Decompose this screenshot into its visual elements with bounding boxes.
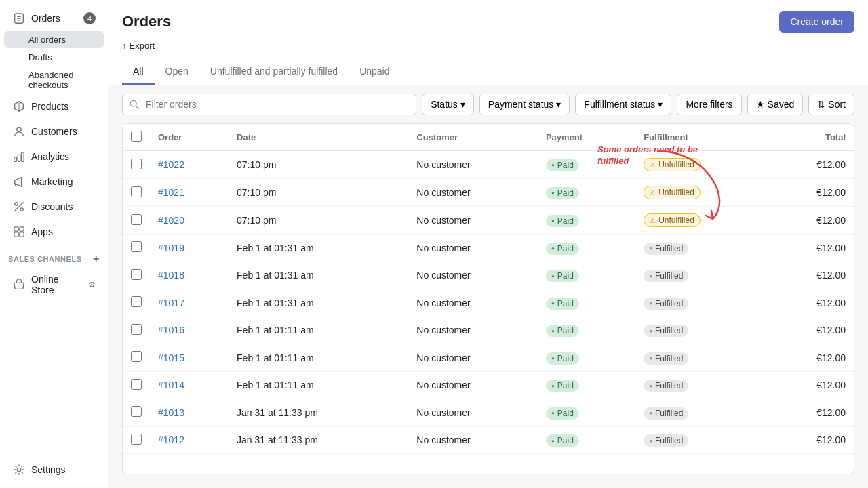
analytics-label: Analytics bbox=[31, 151, 69, 162]
status-filter-button[interactable]: Status ▾ bbox=[422, 94, 474, 115]
order-link[interactable]: #1019 bbox=[158, 243, 184, 253]
add-sales-channel-button[interactable]: + bbox=[93, 253, 100, 265]
sidebar-item-settings[interactable]: Settings bbox=[4, 458, 104, 482]
tab-open[interactable]: Open bbox=[155, 59, 199, 85]
abandoned-label: Abandoned checkouts bbox=[28, 70, 74, 90]
sidebar-item-drafts[interactable]: Drafts bbox=[4, 49, 104, 66]
sidebar-item-products[interactable]: Products bbox=[4, 94, 104, 119]
payment-badge: Paid bbox=[546, 270, 579, 282]
order-customer-cell: No customer bbox=[408, 317, 538, 344]
order-link[interactable]: #1014 bbox=[158, 380, 184, 390]
order-fulfillment-cell: Fulfilled bbox=[635, 289, 770, 317]
tab-unfulfilled[interactable]: Unfulfilled and partially fulfilled bbox=[199, 59, 349, 85]
saved-button[interactable]: ★ Saved bbox=[747, 94, 804, 115]
col-customer: Customer bbox=[408, 124, 538, 151]
create-order-button[interactable]: Create order bbox=[779, 11, 854, 33]
products-label: Products bbox=[31, 101, 68, 112]
fulfillment-badge: Unfulfilled bbox=[644, 214, 701, 227]
order-date-cell: Feb 1 at 01:31 am bbox=[229, 262, 408, 289]
table-row: #1022 07:10 pm No customer Paid Unfulfil… bbox=[123, 151, 854, 179]
more-filters-button[interactable]: More filters bbox=[677, 94, 741, 115]
sidebar-item-online-store[interactable]: Online Store ⚙ bbox=[4, 268, 104, 301]
search-input[interactable] bbox=[122, 94, 416, 115]
row-checkbox[interactable] bbox=[131, 159, 142, 169]
order-customer-cell: No customer bbox=[408, 399, 538, 427]
row-checkbox[interactable] bbox=[131, 406, 142, 417]
svg-point-17 bbox=[130, 100, 136, 106]
payment-badge: Paid bbox=[546, 159, 579, 171]
row-checkbox[interactable] bbox=[131, 186, 142, 197]
order-link[interactable]: #1018 bbox=[158, 270, 184, 281]
payment-badge: Paid bbox=[546, 298, 579, 310]
svg-point-16 bbox=[17, 468, 20, 471]
analytics-icon bbox=[12, 150, 26, 163]
order-number-cell: #1021 bbox=[150, 179, 229, 207]
sidebar-item-marketing[interactable]: Marketing bbox=[4, 169, 104, 194]
order-total-cell: €12.00 bbox=[770, 179, 854, 207]
order-link[interactable]: #1013 bbox=[158, 407, 184, 418]
order-link[interactable]: #1021 bbox=[158, 187, 184, 198]
customers-icon bbox=[12, 125, 26, 138]
sidebar-item-discounts[interactable]: Discounts bbox=[4, 195, 104, 219]
sort-button[interactable]: ⇅ Sort bbox=[808, 94, 854, 115]
order-payment-cell: Paid bbox=[538, 426, 635, 454]
svg-rect-7 bbox=[14, 157, 17, 161]
tab-all[interactable]: All bbox=[122, 59, 155, 85]
online-store-settings-icon[interactable]: ⚙ bbox=[88, 280, 96, 289]
order-date-cell: Jan 31 at 11:33 pm bbox=[229, 399, 408, 427]
order-customer-cell: No customer bbox=[408, 371, 538, 399]
table-row: #1020 07:10 pm No customer Paid Unfulfil… bbox=[123, 207, 854, 235]
payment-status-filter-button[interactable]: Payment status ▾ bbox=[479, 94, 570, 115]
svg-line-18 bbox=[136, 106, 138, 108]
order-total-cell: €12.00 bbox=[770, 317, 854, 344]
orders-table: Order Date Customer Payment Fulfillment … bbox=[123, 124, 854, 454]
col-date: Date bbox=[229, 124, 408, 151]
sidebar: Orders 4 All orders Drafts Abandoned che… bbox=[0, 0, 108, 488]
order-link[interactable]: #1015 bbox=[158, 352, 184, 363]
order-link[interactable]: #1012 bbox=[158, 434, 184, 445]
orders-table-container: Order Date Customer Payment Fulfillment … bbox=[122, 123, 854, 474]
order-number-cell: #1017 bbox=[150, 289, 229, 317]
row-checkbox[interactable] bbox=[131, 351, 142, 362]
order-number-cell: #1012 bbox=[150, 426, 229, 454]
order-link[interactable]: #1022 bbox=[158, 159, 184, 170]
order-link[interactable]: #1016 bbox=[158, 325, 184, 336]
fulfillment-badge: Fulfilled bbox=[644, 434, 688, 447]
sidebar-item-analytics[interactable]: Analytics bbox=[4, 144, 104, 169]
order-number-cell: #1015 bbox=[150, 344, 229, 372]
discounts-icon bbox=[12, 200, 26, 214]
select-all-checkbox[interactable] bbox=[131, 131, 142, 142]
row-checkbox[interactable] bbox=[131, 434, 142, 445]
row-checkbox[interactable] bbox=[131, 296, 142, 307]
export-link[interactable]: ↑ Export bbox=[122, 41, 854, 51]
table-row: #1012 Jan 31 at 11:33 pm No customer Pai… bbox=[123, 426, 854, 454]
search-input-wrap bbox=[122, 94, 416, 115]
tab-unpaid[interactable]: Unpaid bbox=[349, 59, 400, 85]
order-number-cell: #1018 bbox=[150, 262, 229, 289]
sidebar-item-apps[interactable]: Apps bbox=[4, 220, 104, 244]
orders-badge: 4 bbox=[83, 12, 96, 24]
payment-badge: Paid bbox=[546, 215, 579, 227]
sidebar-item-orders[interactable]: Orders 4 bbox=[4, 6, 104, 30]
sidebar-item-customers[interactable]: Customers bbox=[4, 119, 104, 144]
row-checkbox[interactable] bbox=[131, 214, 142, 225]
row-checkbox[interactable] bbox=[131, 324, 142, 335]
order-customer-cell: No customer bbox=[408, 344, 538, 372]
sidebar-item-abandoned[interactable]: Abandoned checkouts bbox=[4, 66, 104, 94]
status-filter-chevron: ▾ bbox=[460, 99, 465, 110]
order-fulfillment-cell: Unfulfilled bbox=[635, 151, 770, 179]
payment-badge: Paid bbox=[546, 243, 579, 255]
order-total-cell: €12.00 bbox=[770, 235, 854, 262]
row-checkbox[interactable] bbox=[131, 241, 142, 252]
order-fulfillment-cell: Unfulfilled bbox=[635, 179, 770, 207]
sidebar-item-all-orders[interactable]: All orders bbox=[4, 31, 104, 48]
fulfillment-status-filter-button[interactable]: Fulfillment status ▾ bbox=[575, 94, 671, 115]
sales-channels-section: SALES CHANNELS + bbox=[0, 245, 108, 268]
order-link[interactable]: #1020 bbox=[158, 215, 184, 226]
row-checkbox[interactable] bbox=[131, 269, 142, 280]
svg-rect-9 bbox=[22, 152, 24, 162]
order-fulfillment-cell: Fulfilled bbox=[635, 317, 770, 344]
row-checkbox[interactable] bbox=[131, 379, 142, 390]
order-customer-cell: No customer bbox=[408, 235, 538, 262]
order-link[interactable]: #1017 bbox=[158, 298, 184, 308]
